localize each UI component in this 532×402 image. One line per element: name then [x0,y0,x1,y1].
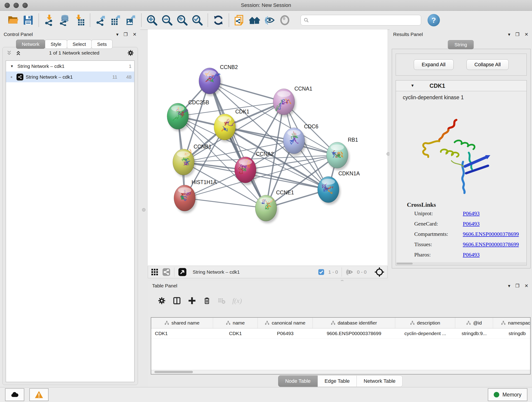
export-image-button[interactable] [123,13,138,28]
hide-unhide-button[interactable] [262,13,277,28]
table-cell[interactable]: P06493 [258,328,313,338]
network-row[interactable]: ● String Network – cdk1 11 48 [6,71,134,82]
crosslink-label: Pharos: [414,252,463,258]
network-node-CDKN1A[interactable]: CDKN1A [317,171,360,205]
hidden-eye-slash-icon[interactable] [346,268,353,276]
add-column-icon[interactable] [188,297,196,305]
network-options-gear-icon[interactable] [127,50,134,56]
network-graph[interactable]: CCNB2CCNA1CDC25BCDK1CDC6RB1CCNB1CCNA2CDK… [148,30,387,266]
network-node-CCNA1[interactable]: CCNA1 [273,86,312,117]
network-node-CCNE1[interactable]: CCNE1 [255,190,294,223]
search-input[interactable] [311,17,418,23]
zoom-in-button[interactable] [144,13,159,28]
table-cell[interactable]: 9606.ENSP00000378699 [313,328,395,338]
crosslink-row: GeneCard:P06493 [396,219,526,229]
import-network-button[interactable] [42,13,57,28]
table-cell[interactable]: stringdb:9... [455,328,493,338]
panel-close-icon[interactable]: ✕ [133,32,137,37]
warning-status-button[interactable] [29,388,49,401]
import-database-button[interactable] [57,13,72,28]
crosslink-link-genecard[interactable]: P06493 [463,221,480,227]
panel-float-icon[interactable]: ❐ [123,32,128,37]
column-header-canonical-name[interactable]: canonical name [258,318,313,328]
table-tabs: Node Table Edge Table Network Table [148,375,532,387]
expand-all-button[interactable]: Expand All [414,59,454,70]
network-edge-CCNB2-CCNE1[interactable] [210,81,266,208]
grid-view-icon[interactable] [151,268,158,276]
table-cell[interactable]: CDK1 [213,328,258,338]
column-header-id[interactable]: @id [455,318,493,328]
selected-checkbox-icon[interactable] [318,269,325,275]
zoom-selected-button[interactable] [190,13,205,28]
panel-close-icon[interactable]: ✕ [525,283,528,288]
panel-menu-icon[interactable]: ▾ [508,32,510,37]
tab-sets[interactable]: Sets [91,40,113,49]
network-node-HIST1H1A[interactable]: HIST1H1A [174,179,217,213]
results-hscrollbar[interactable] [396,262,526,265]
column-header-name[interactable]: name [213,318,258,328]
table-row[interactable]: CDK1CDK1P064939606.ENSP00000378699cyclin… [151,328,530,339]
panel-float-icon[interactable]: ❐ [515,32,519,37]
network-canvas[interactable]: CCNB2CCNA1CDC25BCDK1CDC6RB1CCNB1CCNA2CDK… [148,30,387,266]
crosslink-link-pharos[interactable]: P06493 [463,252,480,258]
cloud-status-button[interactable] [5,388,24,401]
network-view-icon[interactable] [162,268,171,276]
table-cell[interactable]: CDK1 [151,328,213,338]
help-button[interactable]: ? [428,14,440,26]
network-edge-HIST1H1A-CCNE1[interactable] [185,198,266,208]
save-session-button[interactable] [21,13,36,28]
fit-selected-crosshair-icon[interactable] [374,267,385,277]
open-session-button[interactable] [6,13,21,28]
birds-eye-view-icon[interactable] [178,268,187,276]
zoom-out-button[interactable] [159,13,175,28]
network-node-RB1[interactable]: RB1 [326,137,358,170]
show-eye-button[interactable] [277,13,292,28]
home-networks-button[interactable] [247,13,262,28]
column-header-namespace[interactable]: namespace [493,318,531,328]
network-node-CCNB2[interactable]: CCNB2 [199,64,238,96]
network-collection-row[interactable]: ▼ String Network – cdk1 1 [6,61,134,71]
gene-header[interactable]: ▼ CDK1 [396,80,526,91]
table-hscrollbar[interactable] [151,370,530,374]
panel-close-icon[interactable]: ✕ [525,32,528,37]
table-hscrollbar-thumb[interactable] [154,371,193,373]
column-header-description[interactable]: description [395,318,455,328]
crosslink-link-compartments[interactable]: 9606.ENSP00000378699 [463,231,519,237]
gene-collapse-icon[interactable]: ▼ [411,83,414,88]
tab-node-table[interactable]: Node Table [278,375,318,387]
panel-float-icon[interactable]: ❐ [515,283,519,288]
network-node-CDC6[interactable]: CDC6 [283,123,318,156]
select-columns-icon[interactable] [173,297,181,305]
table-cell[interactable]: cyclin-dependent ... [395,328,455,338]
delete-column-icon[interactable] [203,297,211,305]
table-gear-icon[interactable] [158,297,166,305]
zoom-fit-button[interactable] [175,13,190,28]
collapse-all-icon[interactable] [6,50,12,56]
tab-string[interactable]: String [448,40,474,49]
duplicate-network-button[interactable] [232,13,247,28]
results-hscrollbar-thumb[interactable] [397,263,413,264]
network-edge-CCNA2-CDKN1A[interactable] [245,170,328,190]
export-table-button[interactable] [108,13,123,28]
import-table-button[interactable] [72,13,87,28]
tab-network-table[interactable]: Network Table [356,375,403,387]
export-network-button[interactable] [93,13,108,28]
expand-all-icon[interactable] [15,50,21,56]
tree-expand-icon[interactable]: ▼ [9,64,15,68]
app-window: Session: New Session ? Control [0,0,532,402]
column-header-shared-name[interactable]: shared name [151,318,213,328]
tab-network[interactable]: Network [16,40,45,49]
column-header-database-identifier[interactable]: database identifier [313,318,395,328]
panel-menu-icon[interactable]: ▾ [508,283,510,288]
crosslink-link-tissues[interactable]: 9606.ENSP00000378699 [463,241,519,248]
crosslink-link-uniprot[interactable]: P06493 [463,211,480,217]
collapse-all-button[interactable]: Collapse All [467,59,509,70]
left-splitter-handle[interactable] [142,208,146,211]
memory-button[interactable]: Memory [488,388,527,401]
tab-style[interactable]: Style [45,40,67,49]
tab-edge-table[interactable]: Edge Table [317,375,357,387]
tab-select[interactable]: Select [67,40,92,49]
table-cell[interactable]: stringdb [493,328,531,338]
panel-menu-icon[interactable]: ▾ [116,32,119,37]
refresh-button[interactable] [211,13,226,28]
